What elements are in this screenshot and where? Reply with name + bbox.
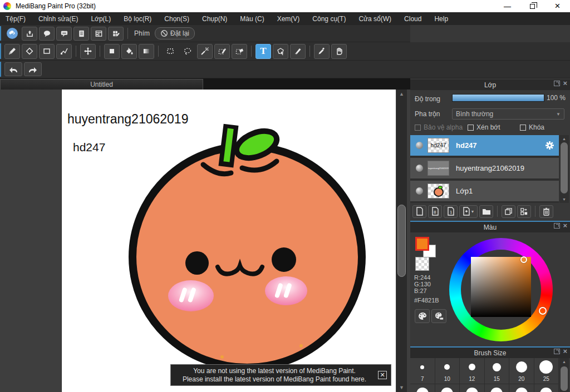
- hand-tool-button[interactable]: [331, 44, 347, 59]
- undo-button[interactable]: [4, 62, 22, 76]
- sv-marker-icon[interactable]: [520, 256, 527, 263]
- layer-list-scrollbar[interactable]: ▲ ▼: [559, 135, 569, 203]
- fill-rect-tool-button[interactable]: [104, 44, 120, 59]
- lasso-select-button[interactable]: [180, 44, 195, 59]
- close-button[interactable]: ×: [545, 0, 570, 12]
- menu-color[interactable]: Màu (C): [240, 15, 264, 23]
- layer-folder-button[interactable]: [479, 205, 493, 218]
- opacity-slider[interactable]: [452, 94, 544, 102]
- panel-close-icon[interactable]: ×: [563, 81, 567, 86]
- menu-help[interactable]: Help: [434, 15, 448, 23]
- brush-size-row2[interactable]: [534, 384, 559, 392]
- brush-size-25[interactable]: 25: [534, 358, 559, 384]
- divide-tool-button[interactable]: [290, 44, 306, 59]
- shape-tool-button[interactable]: [39, 44, 55, 59]
- scrollbar-thumb[interactable]: [561, 142, 568, 193]
- layer-visibility-icon[interactable]: [416, 187, 423, 195]
- layer-visibility-icon[interactable]: [416, 142, 423, 149]
- lock-checkbox[interactable]: Khóa: [520, 123, 544, 131]
- menu-file[interactable]: Tệp(F): [6, 15, 26, 23]
- canvas-vertical-scrollbar[interactable]: ▲ ▼: [396, 90, 407, 392]
- brush-size-12[interactable]: 12: [460, 358, 485, 384]
- menu-tools[interactable]: Công cụ(T): [312, 15, 346, 23]
- scroll-up-icon[interactable]: ▲: [396, 90, 407, 98]
- select-pen-button[interactable]: [214, 44, 230, 59]
- popout-icon[interactable]: [554, 81, 560, 86]
- merge-layer-button[interactable]: [517, 205, 531, 218]
- brush-size-10[interactable]: 10: [435, 358, 460, 384]
- menu-filter[interactable]: Bộ lọc(R): [124, 15, 151, 23]
- publish-button[interactable]: [22, 27, 37, 41]
- brush-size-20[interactable]: 20: [509, 358, 534, 384]
- gear-icon[interactable]: [545, 141, 554, 150]
- protect-alpha-checkbox[interactable]: Bảo vệ alpha: [415, 123, 463, 131]
- panel-close-icon[interactable]: ×: [563, 349, 567, 354]
- delete-layer-button[interactable]: [539, 205, 553, 218]
- notification-close-button[interactable]: ✕: [378, 371, 387, 379]
- menu-cloud[interactable]: Cloud: [404, 15, 421, 23]
- layer-row-hd247[interactable]: hd247 hd247: [410, 135, 559, 157]
- document-tab[interactable]: Untitled: [0, 79, 203, 90]
- cloud-sync-button[interactable]: [4, 27, 20, 41]
- layer-row-huyentrang[interactable]: huyentrang21062019 huyentrang21062019: [410, 158, 559, 180]
- chat-button[interactable]: [56, 27, 72, 41]
- scroll-up-icon[interactable]: ▲: [559, 359, 569, 365]
- add-layer-menu-button[interactable]: ▼: [459, 205, 478, 218]
- scrollbar-thumb[interactable]: [397, 205, 406, 277]
- duplicate-layer-button[interactable]: [502, 205, 515, 218]
- eraser-tool-button[interactable]: [22, 44, 37, 59]
- palette-button[interactable]: [415, 309, 430, 323]
- brush-size-row2[interactable]: [509, 384, 534, 392]
- magic-wand-button[interactable]: [197, 44, 213, 59]
- canvas[interactable]: huyentrang21062019 hd247: [61, 90, 396, 392]
- brush-size-7[interactable]: 7: [410, 358, 435, 384]
- brush-panel-scrollbar[interactable]: ▲: [559, 358, 569, 392]
- restore-button[interactable]: [520, 0, 545, 12]
- palette-edit-button[interactable]: [431, 309, 446, 323]
- hue-marker-icon[interactable]: [539, 307, 547, 315]
- minimize-button[interactable]: —: [495, 0, 520, 12]
- menu-layer[interactable]: Lớp(L): [91, 15, 111, 23]
- polyline-tool-button[interactable]: [56, 44, 72, 59]
- eyedropper-button[interactable]: [314, 44, 330, 59]
- menu-snap[interactable]: Chụp(N): [202, 15, 227, 23]
- transparent-color-swatch[interactable]: [415, 257, 429, 271]
- saturation-value-square[interactable]: [471, 257, 531, 317]
- clipping-checkbox[interactable]: Xén bớt: [468, 123, 500, 131]
- scroll-down-icon[interactable]: ▼: [396, 383, 407, 392]
- scroll-down-icon[interactable]: ▼: [559, 196, 569, 202]
- layer-visibility-icon[interactable]: [416, 165, 423, 172]
- redo-button[interactable]: [24, 62, 42, 76]
- brush-tool-button[interactable]: [4, 44, 20, 59]
- bucket-tool-button[interactable]: [121, 44, 137, 59]
- marquee-select-button[interactable]: [163, 44, 178, 59]
- layer-row-lop1[interactable]: Lớp1: [410, 181, 559, 202]
- popout-icon[interactable]: [554, 349, 560, 354]
- brush-size-15[interactable]: 15: [485, 358, 510, 384]
- menu-select[interactable]: Chọn(S): [164, 15, 189, 23]
- menu-window[interactable]: Cửa sổ(W): [358, 15, 391, 23]
- select-eraser-button[interactable]: [232, 44, 247, 59]
- menu-view[interactable]: Xem(V): [277, 15, 300, 23]
- comment-button[interactable]: [39, 27, 55, 41]
- text-tool-button[interactable]: T: [255, 44, 271, 59]
- move-tool-button[interactable]: [80, 44, 96, 59]
- brush-size-row2[interactable]: [410, 384, 435, 392]
- window-layout-button[interactable]: [91, 27, 106, 41]
- scroll-up-icon[interactable]: ▲: [559, 136, 569, 142]
- reset-button[interactable]: Đặt lại: [155, 27, 195, 39]
- new-layer-button[interactable]: [412, 205, 426, 218]
- gradient-tool-button[interactable]: [139, 44, 154, 59]
- new-8bit-layer-button[interactable]: 8: [428, 205, 442, 218]
- blend-mode-select[interactable]: Bình thường ▼: [452, 108, 564, 120]
- brush-size-row2[interactable]: [435, 384, 460, 392]
- object-select-button[interactable]: [273, 44, 288, 59]
- panel-edit-button[interactable]: [108, 27, 124, 41]
- scrollbar-thumb[interactable]: [561, 366, 568, 391]
- popout-icon[interactable]: [554, 223, 560, 229]
- document-button[interactable]: [73, 27, 89, 41]
- brush-size-row2[interactable]: [460, 384, 485, 392]
- brush-size-row2[interactable]: [485, 384, 510, 392]
- foreground-color-swatch[interactable]: [415, 237, 429, 251]
- new-1bit-layer-button[interactable]: 1: [444, 205, 458, 218]
